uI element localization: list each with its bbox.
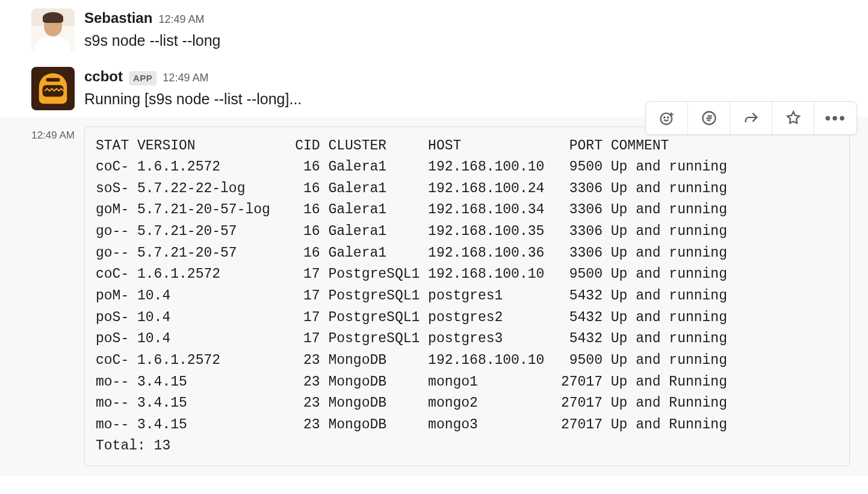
message-timestamp[interactable]: 12:49 AM (31, 124, 75, 143)
message-row[interactable]: Sebastian 12:49 AM s9s node --list --lon… (0, 5, 868, 55)
thread-icon (701, 110, 718, 127)
app-badge: APP (129, 71, 157, 86)
author-name[interactable]: Sebastian (84, 7, 152, 29)
message-timestamp[interactable]: 12:49 AM (158, 11, 204, 28)
code-output: STAT VERSION CID CLUSTER HOST PORT COMME… (96, 136, 839, 458)
share-button[interactable] (730, 102, 772, 134)
message-timestamp[interactable]: 12:49 AM (163, 70, 208, 86)
avatar[interactable] (31, 67, 75, 110)
code-block[interactable]: STAT VERSION CID CLUSTER HOST PORT COMME… (84, 127, 850, 467)
bot-icon (34, 70, 72, 107)
ellipsis-icon: ••• (825, 110, 846, 127)
svg-point-3 (664, 117, 665, 117)
more-actions-button[interactable]: ••• (814, 102, 857, 134)
save-button[interactable] (772, 102, 814, 134)
message-body: s9s node --list --long (84, 29, 850, 52)
svg-point-4 (668, 117, 668, 117)
star-icon (785, 110, 802, 127)
smile-plus-icon (659, 110, 675, 127)
message-attachment-row[interactable]: ••• 12:49 AM STAT VERSION CID CLUSTER HO… (0, 117, 868, 477)
message-list: Sebastian 12:49 AM s9s node --list --lon… (0, 0, 868, 488)
author-name[interactable]: ccbot (84, 66, 123, 87)
message-action-bar: ••• (645, 101, 857, 135)
svg-rect-1 (46, 78, 60, 81)
start-thread-button[interactable] (688, 102, 730, 134)
share-icon (743, 110, 760, 127)
add-reaction-button[interactable] (646, 102, 688, 134)
avatar[interactable] (31, 8, 75, 52)
